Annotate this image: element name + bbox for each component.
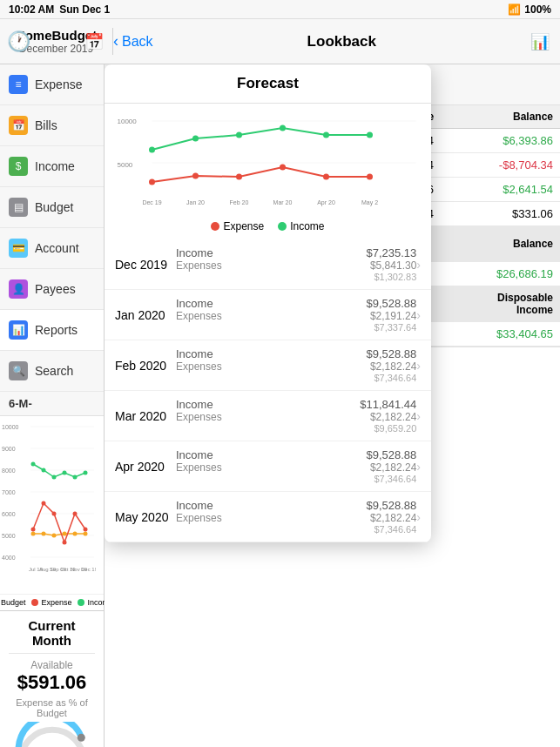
svg-point-19	[84, 532, 88, 536]
svg-text:5000: 5000	[118, 161, 133, 169]
svg-point-55	[367, 174, 373, 180]
chevron-icon: ›	[416, 258, 421, 272]
six-month-chart: 10000 9000 8000 7000 6000 5000 4000	[0, 416, 104, 594]
svg-point-18	[73, 532, 78, 536]
sidebar-item-label-budget: Budget	[35, 200, 73, 214]
svg-point-30	[73, 475, 78, 480]
expense-pct-label: Expense as % of Budget	[9, 697, 95, 718]
sidebar-item-search[interactable]: 🔍 Search	[0, 351, 104, 392]
chart-icon[interactable]: 📊	[530, 32, 550, 51]
sidebar-item-bills[interactable]: 📅 Bills	[0, 105, 104, 146]
payees-icon: 👤	[9, 279, 28, 299]
forecast-row-jan2020[interactable]: Jan 2020 Income $9,528.88 Expenses $2,19…	[105, 290, 431, 340]
budget-legend: Budget	[0, 598, 26, 607]
account-icon: 💳	[9, 239, 28, 258]
svg-text:Dec 19: Dec 19	[81, 567, 96, 572]
available-label: Available	[9, 659, 95, 671]
svg-point-27	[42, 468, 46, 473]
back-button[interactable]: ‹ Back	[113, 32, 153, 50]
svg-point-15	[42, 532, 46, 536]
forecast-svg: 10000 5000 Dec 19 Jan 20 Feb 20 Mar 20 A…	[111, 111, 424, 206]
svg-point-31	[84, 471, 88, 475]
svg-point-54	[323, 174, 329, 180]
status-bar: 10:02 AM Sun Dec 1 📶 100%	[0, 0, 560, 19]
svg-point-25	[84, 528, 88, 532]
svg-point-59	[280, 125, 286, 131]
sidebar-item-account[interactable]: 💳 Account	[0, 228, 104, 269]
income-legend-dot	[78, 599, 84, 606]
sidebar-item-label-reports: Reports	[35, 323, 78, 337]
clock-icon: 🕐	[7, 30, 30, 53]
forecast-details-dec2019: Income $7,235.13 Expenses $5,841.30 $1,3…	[176, 246, 416, 282]
sidebar-item-label-search: Search	[35, 364, 73, 378]
income-legend-dot2	[278, 222, 287, 231]
forecast-details-mar2020: Income $11,841.44 Expenses $2,182.24 $9,…	[176, 398, 416, 434]
svg-point-16	[52, 534, 57, 538]
six-month-svg: 10000 9000 8000 7000 6000 5000 4000	[0, 416, 96, 590]
expense-legend-dot2	[211, 222, 219, 231]
current-month-panel: Current Month Available $591.06 Expense …	[0, 610, 104, 747]
sidebar-item-label-bills: Bills	[35, 118, 57, 132]
sidebar-item-reports[interactable]: 📊 Reports	[0, 310, 104, 351]
forecast-row-mar2020[interactable]: Mar 2020 Income $11,841.44 Expenses $2,1…	[105, 391, 431, 441]
sidebar-item-budget[interactable]: ▤ Budget	[0, 187, 104, 228]
svg-point-38	[77, 734, 84, 742]
forecast-month-may2020: May 2020	[115, 510, 176, 524]
svg-point-57	[192, 136, 199, 142]
sidebar-item-label-income: Income	[35, 159, 75, 173]
chevron-icon: ›	[416, 460, 421, 474]
svg-text:4000: 4000	[2, 555, 16, 561]
forecast-month-jan2020: Jan 2020	[115, 308, 176, 322]
budget-icon: ▤	[9, 198, 28, 217]
forecast-overlay: Forecast 10000 5000 Dec 19 Jan 20 Feb 20…	[105, 64, 431, 542]
status-indicators: 📶 100%	[508, 3, 551, 16]
gauge: 88%	[13, 722, 91, 747]
reports-icon: 📊	[9, 320, 28, 340]
forecast-month-dec2019: Dec 2019	[115, 258, 176, 272]
forecast-month-mar2020: Mar 2020	[115, 409, 176, 423]
expense-icon: ≡	[9, 75, 28, 94]
sidebar-item-label-account: Account	[35, 241, 79, 255]
svg-point-60	[323, 132, 329, 138]
current-month-title: Current Month	[9, 618, 95, 654]
forecast-details-apr2020: Income $9,528.88 Expenses $2,182.24 $7,3…	[176, 448, 416, 484]
svg-point-53	[280, 165, 286, 171]
page-title: Lookback	[171, 33, 513, 50]
svg-point-22	[52, 512, 57, 516]
svg-text:9000: 9000	[2, 446, 16, 452]
forecast-row-feb2020[interactable]: Feb 2020 Income $9,528.88 Expenses $2,18…	[105, 340, 431, 391]
chevron-icon: ›	[416, 359, 421, 373]
svg-point-26	[31, 462, 36, 467]
income-icon: $	[9, 157, 28, 176]
svg-point-21	[42, 501, 46, 506]
sidebar-item-expense[interactable]: ≡ Expense	[0, 64, 104, 105]
expense-legend-item: Expense	[211, 220, 264, 232]
svg-point-24	[73, 512, 78, 516]
col-balance: Balance	[441, 105, 560, 129]
main-content: ≡ Expense 📅 Bills $ Income ▤ Budget 💳 Ac…	[0, 64, 560, 747]
svg-text:10000: 10000	[118, 118, 138, 125]
sidebar-item-income[interactable]: $ Income	[0, 146, 104, 187]
svg-text:Mar 20: Mar 20	[273, 199, 293, 205]
svg-text:10000: 10000	[2, 424, 19, 430]
svg-text:May 2: May 2	[361, 199, 378, 206]
bills-icon: 📅	[9, 116, 28, 135]
calendar-icon: 📅	[84, 32, 104, 51]
forecast-month-feb2020: Feb 2020	[115, 359, 176, 373]
sidebar-item-payees[interactable]: 👤 Payees	[0, 269, 104, 310]
forecast-row-dec2019[interactable]: Dec 2019 Income $7,235.13 Expenses $5,84…	[105, 239, 431, 290]
svg-text:6000: 6000	[2, 511, 16, 517]
forecast-row-may2020[interactable]: May 2020 Income $9,528.88 Expenses $2,18…	[105, 492, 431, 542]
svg-text:7000: 7000	[2, 489, 16, 495]
svg-point-58	[236, 132, 242, 138]
svg-text:Jan 20: Jan 20	[186, 199, 205, 205]
forecast-row-apr2020[interactable]: Apr 2020 Income $9,528.88 Expenses $2,18…	[105, 441, 431, 492]
chevron-icon: ›	[416, 308, 421, 322]
sidebar: ≡ Expense 📅 Bills $ Income ▤ Budget 💳 Ac…	[0, 64, 105, 747]
right-content: rt date 1, 2019 › End date Dec 31, 2019 …	[105, 64, 560, 747]
svg-point-56	[149, 147, 155, 153]
back-chevron-icon: ‹	[113, 32, 118, 50]
svg-point-52	[236, 174, 242, 180]
svg-point-51	[192, 173, 199, 179]
gauge-svg: 88%	[13, 722, 91, 747]
